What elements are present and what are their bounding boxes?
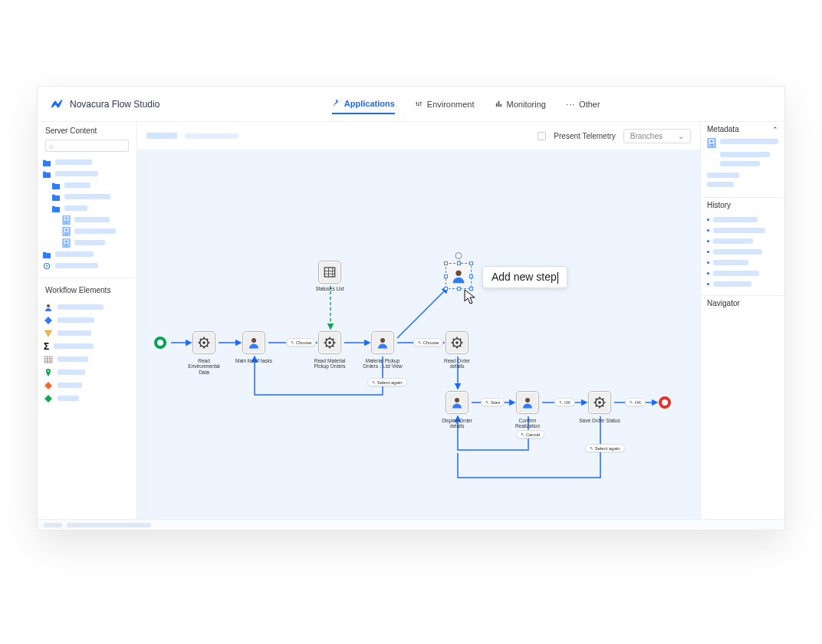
user-icon (376, 336, 390, 350)
tree-file[interactable] (42, 214, 132, 225)
collapse-icon[interactable]: ⌃ (772, 126, 778, 133)
tree-folder[interactable] (42, 156, 132, 168)
palette-pin[interactable] (44, 366, 130, 379)
node-save-order[interactable] (588, 391, 611, 414)
folder-icon (42, 170, 51, 178)
resize-handle[interactable] (444, 287, 448, 291)
right-pane: Metadata ⌃ History (700, 122, 784, 519)
file-icon (707, 138, 716, 148)
palette-user-step[interactable] (44, 301, 130, 314)
svg-point-38 (598, 401, 601, 404)
svg-point-27 (252, 338, 256, 343)
app-logo: Novacura Flow Studio (50, 97, 159, 111)
svg-point-29 (328, 341, 331, 344)
tab-environment[interactable]: Environment (415, 94, 475, 114)
tree-folder[interactable] (42, 191, 132, 202)
svg-point-9 (46, 264, 48, 266)
workflow-canvas[interactable]: Read Environmental Data Main list of tas… (137, 150, 700, 519)
resize-handle[interactable] (469, 261, 473, 265)
node-read-order[interactable] (446, 331, 469, 354)
tree-folder[interactable] (42, 179, 132, 191)
tree-file[interactable] (42, 225, 132, 237)
svg-point-32 (455, 341, 459, 344)
history-item[interactable] (707, 257, 778, 268)
history-item[interactable] (707, 235, 778, 246)
content: Server Content ⌕ (38, 122, 784, 519)
history-item[interactable] (707, 225, 778, 235)
palette-list[interactable] (44, 353, 130, 366)
node-label: Statuses List (313, 286, 347, 291)
node-mpo-list[interactable] (371, 331, 394, 354)
user-icon (450, 268, 467, 284)
tree-file[interactable] (42, 237, 132, 248)
history-item[interactable] (707, 278, 778, 289)
search-input[interactable]: ⌕ (45, 140, 129, 152)
file-icon (62, 227, 71, 236)
pin-icon (44, 368, 53, 377)
tab-applications-label: Applications (344, 99, 395, 108)
tree-folder[interactable] (42, 248, 132, 260)
folder-icon (42, 159, 51, 166)
flow-end[interactable] (659, 396, 671, 409)
gear-icon (323, 336, 337, 350)
tree-folder[interactable] (42, 168, 132, 179)
tree-gear-item[interactable] (42, 260, 132, 271)
node-label: Read Material Pickup Orders (308, 358, 351, 370)
grid-icon (44, 355, 53, 364)
svg-rect-5 (500, 104, 501, 107)
folder-icon (42, 251, 51, 258)
history-item[interactable] (707, 268, 778, 278)
node-display-order[interactable] (446, 391, 469, 414)
user-icon (44, 303, 53, 312)
rotate-handle-icon[interactable] (455, 252, 462, 259)
app-title: Novacura Flow Studio (70, 99, 159, 110)
palette-decision[interactable] (44, 314, 130, 327)
svg-point-0 (416, 103, 417, 104)
resize-handle[interactable] (457, 287, 461, 291)
node-main-tasks[interactable] (242, 331, 265, 354)
tab-environment-label: Environment (427, 100, 475, 109)
sigma-icon: Σ (44, 341, 49, 352)
node-new-step-selected[interactable] (446, 263, 472, 289)
tab-applications[interactable]: Applications (332, 94, 395, 114)
node-read-environmental tal[interactable] (192, 331, 215, 354)
svg-point-35 (455, 398, 459, 402)
tree-folder[interactable] (42, 202, 132, 214)
svg-rect-33 (324, 268, 335, 277)
center-pane: Present Telemetry Branches ⌄ (137, 122, 700, 519)
palette-diamond-orange[interactable] (44, 379, 130, 392)
palette-diamond-green[interactable] (44, 392, 130, 405)
resize-handle[interactable] (444, 274, 448, 278)
tab-monitoring[interactable]: Monitoring (495, 94, 546, 114)
palette-wait[interactable] (44, 327, 130, 340)
resize-handle[interactable] (469, 274, 473, 278)
palette-aggregate[interactable]: Σ (44, 340, 130, 353)
telemetry-checkbox[interactable] (538, 132, 546, 140)
new-step-name-input[interactable]: Add new step (482, 266, 567, 288)
node-label: Confirm Realization (507, 418, 548, 429)
tab-other[interactable]: ··· Other (566, 94, 600, 114)
gear-icon (450, 336, 464, 350)
history-item[interactable] (707, 214, 778, 225)
flow-start[interactable] (154, 337, 166, 349)
edge-label-select-again: ↖ Select again (585, 444, 625, 452)
metadata-panel: Metadata ⌃ (701, 122, 784, 197)
history-item[interactable] (707, 246, 778, 257)
resize-handle[interactable] (457, 261, 461, 265)
node-read-mpo[interactable] (318, 331, 341, 354)
svg-point-1 (418, 104, 419, 106)
svg-point-10 (47, 304, 50, 307)
node-label: Main list of tasks (235, 358, 273, 363)
node-label: Material Pickup Orders - List View (359, 358, 406, 370)
node-confirm[interactable] (516, 391, 539, 414)
telemetry-label: Present Telemetry (554, 132, 615, 140)
main-tabs: Applications Environment Monitoring ··· … (332, 94, 600, 114)
file-icon (62, 215, 71, 225)
svg-point-36 (525, 398, 530, 402)
resize-handle[interactable] (444, 261, 448, 265)
gear-icon (197, 336, 211, 350)
status-bar (38, 519, 784, 530)
branches-dropdown[interactable]: Branches ⌄ (623, 129, 691, 143)
node-statuses-list[interactable] (318, 261, 341, 284)
navigator-panel: Navigator (701, 295, 784, 519)
